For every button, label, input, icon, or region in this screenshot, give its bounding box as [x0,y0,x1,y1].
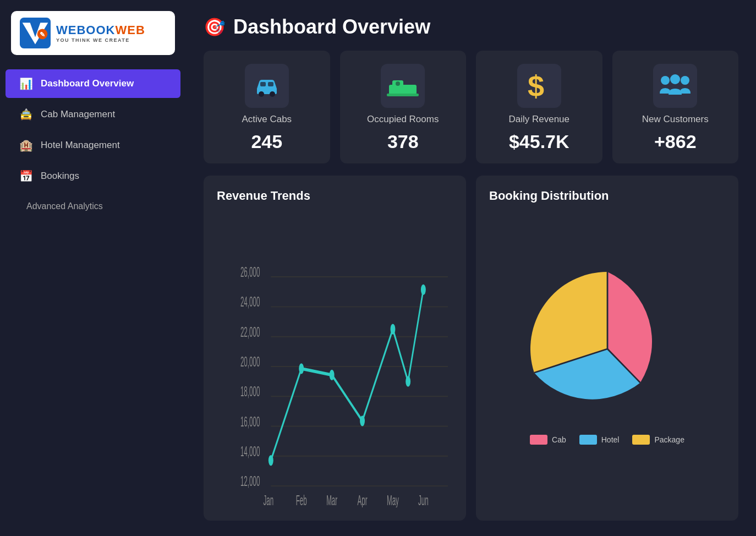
header-icon: 🎯 [204,17,226,37]
main-content: 🎯 Dashboard Overview Active Cabs 245 [186,0,756,536]
sidebar-item-hotel[interactable]: 🏨 Hotel Management [6,131,180,160]
occupied-rooms-label: Occupied Rooms [367,113,439,125]
daily-revenue-label: Daily Revenue [508,113,569,125]
svg-rect-4 [260,82,266,86]
svg-text:12,000: 12,000 [240,473,260,489]
svg-text:26,000: 26,000 [240,264,260,280]
booking-distribution-card: Booking Distribution [476,176,738,521]
pie-chart-svg [530,272,684,426]
svg-point-6 [259,91,264,97]
svg-point-10 [396,81,400,86]
stat-card-daily-revenue: $ Daily Revenue $45.7K [476,51,602,163]
svg-point-42 [390,324,395,335]
svg-text:$: $ [528,71,544,101]
svg-point-39 [299,363,304,374]
legend-label-package: Package [654,435,684,444]
svg-text:Apr: Apr [358,493,368,507]
svg-rect-5 [268,82,273,86]
sidebar-item-analytics[interactable]: Advanced Analytics [6,194,180,219]
new-customers-value: +862 [654,131,697,152]
svg-text:14,000: 14,000 [240,444,260,459]
legend-item-cab: Cab [530,435,566,445]
stat-cards: Active Cabs 245 Occupied Rooms 378 $ [204,51,738,163]
legend-item-package: Package [632,435,684,445]
legend-color-package [632,435,650,445]
svg-text:18,000: 18,000 [240,384,260,399]
svg-text:24,000: 24,000 [240,294,260,309]
line-chart-svg: 12,000 14,000 16,000 18,000 20,000 22,00… [217,209,453,507]
daily-revenue-value: $45.7K [509,131,569,152]
pie-legend: Cab Hotel Package [530,435,684,445]
svg-text:Feb: Feb [296,493,307,507]
sidebar-label-analytics: Advanced Analytics [26,201,103,211]
sidebar-label-dashboard: Dashboard Overview [41,78,134,89]
stat-card-active-cabs: Active Cabs 245 [204,51,330,163]
svg-text:Jun: Jun [418,493,429,507]
cab-icon: 🚖 [19,108,33,121]
charts-row: Revenue Trends 12,000 14,000 16,000 18,0… [204,176,738,521]
logo-tagline: YOU THINK WE CREATE [56,37,145,43]
svg-point-13 [661,76,670,85]
svg-rect-11 [387,94,419,96]
svg-point-44 [421,285,426,295]
hotel-icon: 🏨 [19,139,33,152]
legend-label-hotel: Hotel [601,435,620,444]
dashboard-icon: 📊 [19,77,33,90]
cab-svg-icon [253,74,281,97]
svg-point-41 [360,415,365,426]
pie-chart-area: Cab Hotel Package [489,209,725,507]
legend-item-hotel: Hotel [579,435,620,445]
svg-text:Mar: Mar [326,493,337,507]
svg-text:Jan: Jan [263,493,273,507]
occupied-rooms-icon-box [381,64,425,108]
sidebar: ✎ WEBOOKWEB YOU THINK WE CREATE 📊 Dashbo… [0,0,186,536]
bookings-icon: 📅 [19,169,33,183]
svg-text:✎: ✎ [40,31,45,39]
booking-distribution-title: Booking Distribution [489,189,725,203]
svg-point-43 [406,376,410,387]
legend-color-hotel [579,435,597,445]
logo-box: ✎ WEBOOKWEB YOU THINK WE CREATE [11,11,175,55]
customers-svg-icon [659,74,692,98]
legend-color-cab [530,435,547,445]
active-cabs-value: 245 [251,131,282,152]
hotel-svg-icon [387,75,419,97]
sidebar-label-hotel: Hotel Management [41,140,120,151]
svg-text:20,000: 20,000 [240,354,260,369]
sidebar-item-bookings[interactable]: 📅 Bookings [6,162,180,190]
logo-brand: WEBOOKWEB [56,23,145,37]
revenue-trends-card: Revenue Trends 12,000 14,000 16,000 18,0… [204,176,466,521]
svg-point-14 [670,74,680,84]
svg-text:16,000: 16,000 [240,414,260,429]
svg-text:22,000: 22,000 [240,324,260,340]
active-cabs-label: Active Cabs [242,113,292,125]
svg-text:May: May [387,493,399,507]
new-customers-icon-box [653,64,697,108]
sidebar-label-cab: Cab Management [41,109,115,120]
stat-card-new-customers: New Customers +862 [612,51,739,163]
line-chart-area: 12,000 14,000 16,000 18,000 20,000 22,00… [217,209,453,507]
occupied-rooms-value: 378 [387,131,419,152]
logo-icon: ✎ [20,18,51,48]
sidebar-item-dashboard[interactable]: 📊 Dashboard Overview [6,69,180,98]
revenue-svg-icon: $ [527,71,552,101]
logo-area: ✎ WEBOOKWEB YOU THINK WE CREATE [0,0,186,68]
svg-point-7 [270,91,275,97]
stat-card-occupied-rooms: Occupied Rooms 378 [340,51,467,163]
svg-point-15 [681,76,689,85]
sidebar-label-bookings: Bookings [41,171,79,182]
page-header: 🎯 Dashboard Overview [204,15,738,39]
logo-text: WEBOOKWEB YOU THINK WE CREATE [56,23,145,43]
sidebar-item-cab[interactable]: 🚖 Cab Management [6,100,180,129]
page-title: Dashboard Overview [233,15,430,39]
svg-point-40 [330,370,335,380]
revenue-trends-title: Revenue Trends [217,189,453,203]
legend-label-cab: Cab [552,435,566,444]
svg-point-38 [269,455,273,466]
daily-revenue-icon-box: $ [517,64,561,108]
new-customers-label: New Customers [642,113,709,125]
active-cabs-icon-box [245,64,289,108]
